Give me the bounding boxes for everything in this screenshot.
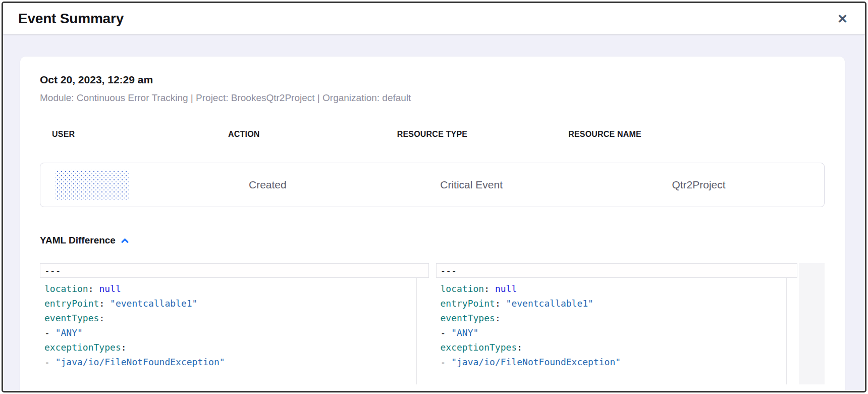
close-button[interactable]: ✕ xyxy=(835,11,850,27)
code-token-key: eventTypes xyxy=(441,313,495,323)
resource-type-cell: Critical Event xyxy=(369,179,573,191)
table-row: Created Critical Event Qtr2Project xyxy=(40,163,825,207)
code-line: entryPoint: "eventcallable1" xyxy=(436,296,825,311)
code-token-plain: : xyxy=(121,342,127,353)
code-line: - "ANY" xyxy=(40,325,429,340)
column-header-action: ACTION xyxy=(142,130,346,139)
code-token-plain: : xyxy=(495,298,506,309)
yaml-panel-before[interactable]: ---location: nullentryPoint: "eventcalla… xyxy=(40,263,429,384)
column-header-resource-type: RESOURCE TYPE xyxy=(346,130,518,139)
yaml-doc-separator-line: --- xyxy=(40,263,429,278)
code-token-key: exceptionTypes xyxy=(441,342,517,353)
code-token-plain: - xyxy=(44,357,56,367)
code-token-string: "eventcallable1" xyxy=(506,298,593,309)
code-line: location: null xyxy=(40,281,429,296)
resource-name-cell: Qtr2Project xyxy=(573,179,824,191)
code-line: eventTypes: xyxy=(40,311,429,325)
code-token-plain: : xyxy=(88,283,99,294)
column-header-spacer xyxy=(691,130,825,139)
code-token-string: "ANY" xyxy=(451,327,478,338)
close-icon: ✕ xyxy=(837,12,848,26)
code-token-plain: --- xyxy=(441,265,457,276)
yaml-diff-panels: ---location: nullentryPoint: "eventcalla… xyxy=(40,263,825,384)
code-token-key: entryPoint xyxy=(44,298,99,309)
code-line: eventTypes: xyxy=(436,311,825,325)
code-lines: ---location: nullentryPoint: "eventcalla… xyxy=(436,263,825,369)
yaml-doc-separator-line: --- xyxy=(436,263,798,278)
column-header-resource-name: RESOURCE NAME xyxy=(519,130,691,139)
event-meta: Module: Continuous Error Tracking | Proj… xyxy=(40,92,825,104)
code-token-key: eventTypes xyxy=(44,313,99,323)
code-token-string: "eventcallable1" xyxy=(110,298,197,309)
code-token-null: null xyxy=(495,283,517,294)
code-token-plain: : xyxy=(517,342,522,353)
code-token-key: exceptionTypes xyxy=(44,342,121,353)
code-line: - "java/io/FileNotFoundException" xyxy=(40,355,429,369)
code-token-plain: : xyxy=(495,313,501,323)
code-token-plain: : xyxy=(99,313,104,323)
code-token-plain: : xyxy=(99,298,110,309)
code-token-null: null xyxy=(99,283,121,294)
code-token-string: "java/io/FileNotFoundException" xyxy=(451,357,621,367)
page-title: Event Summary xyxy=(18,11,124,27)
yaml-difference-label: YAML Difference xyxy=(40,235,116,246)
code-token-key: location xyxy=(44,283,88,294)
user-cell xyxy=(40,170,166,200)
code-token-plain: - xyxy=(441,327,452,338)
code-line: exceptionTypes: xyxy=(40,340,429,355)
code-line: location: null xyxy=(436,281,825,296)
code-token-string: "ANY" xyxy=(56,327,83,338)
code-token-key: entryPoint xyxy=(441,298,495,309)
event-timestamp: Oct 20, 2023, 12:29 am xyxy=(40,74,825,86)
yaml-panel-after[interactable]: ---location: nullentryPoint: "eventcalla… xyxy=(436,263,825,384)
modal-titlebar: Event Summary ✕ xyxy=(3,3,865,35)
modal-window: Event Summary ✕ Oct 20, 2023, 12:29 am M… xyxy=(2,2,866,392)
code-token-plain: --- xyxy=(44,265,61,276)
action-cell: Created xyxy=(166,179,369,191)
summary-table-header: USER ACTION RESOURCE TYPE RESOURCE NAME xyxy=(40,130,825,139)
code-token-string: "java/io/FileNotFoundException" xyxy=(56,357,225,367)
code-line: - "java/io/FileNotFoundException" xyxy=(436,355,825,369)
code-line: entryPoint: "eventcallable1" xyxy=(40,296,429,311)
modal-body: Oct 20, 2023, 12:29 am Module: Continuou… xyxy=(3,35,865,391)
code-token-plain: - xyxy=(44,327,56,338)
code-line: exceptionTypes: xyxy=(436,340,825,355)
code-token-plain: : xyxy=(484,283,495,294)
event-summary-card: Oct 20, 2023, 12:29 am Module: Continuou… xyxy=(20,57,845,392)
column-header-user: USER xyxy=(40,130,142,139)
code-token-plain: - xyxy=(441,357,452,367)
yaml-difference-toggle[interactable]: YAML Difference xyxy=(40,235,129,246)
redacted-user-block xyxy=(56,170,129,200)
code-lines: ---location: nullentryPoint: "eventcalla… xyxy=(40,263,429,369)
chevron-up-icon[interactable] xyxy=(121,237,129,244)
code-token-key: location xyxy=(441,283,484,294)
code-line: - "ANY" xyxy=(436,325,825,340)
